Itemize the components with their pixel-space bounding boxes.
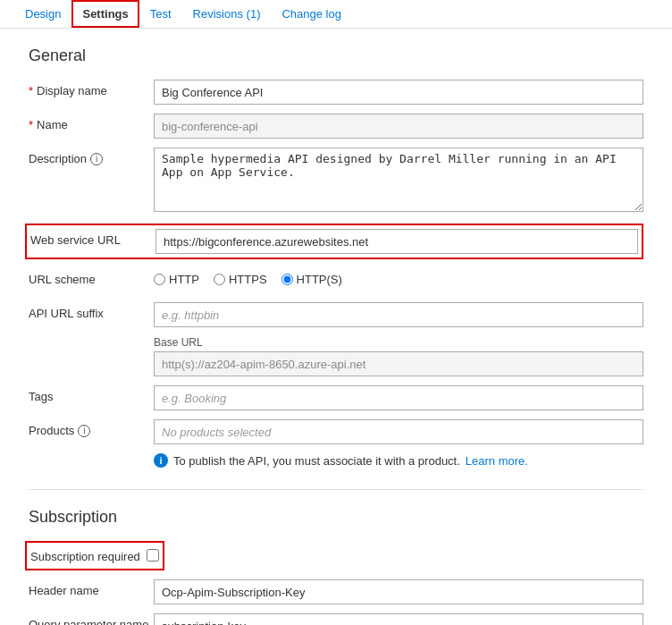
description-label: Description i — [29, 148, 154, 165]
name-row: * Name — [29, 114, 643, 139]
radio-http-label: HTTP — [169, 273, 199, 286]
api-url-suffix-control — [154, 302, 643, 327]
display-name-control — [154, 80, 643, 105]
products-input[interactable] — [154, 419, 643, 444]
web-service-url-control — [155, 229, 638, 254]
publish-info-icon: i — [154, 453, 168, 468]
radio-https-both-label: HTTP(S) — [297, 273, 342, 286]
display-name-input[interactable] — [154, 80, 643, 105]
description-row: Description i Sample hypermedia API desi… — [29, 148, 643, 215]
subscription-required-label: Subscription required — [30, 546, 147, 565]
query-param-input[interactable] — [154, 613, 643, 625]
description-textarea[interactable]: Sample hypermedia API designed by Darrel… — [154, 148, 643, 212]
base-url-sublabel: Base URL — [154, 336, 643, 349]
display-name-row: * Display name — [29, 80, 643, 105]
name-control — [154, 114, 643, 139]
products-row: Products i — [29, 419, 643, 444]
api-url-suffix-row: API URL suffix — [29, 302, 643, 327]
description-info-icon: i — [90, 153, 103, 165]
tags-label: Tags — [29, 385, 154, 403]
radio-https-both[interactable]: HTTP(S) — [281, 273, 342, 286]
name-input[interactable] — [154, 114, 643, 139]
header-name-row: Header name — [29, 579, 643, 604]
subscription-required-row: Subscription required — [25, 541, 164, 570]
required-star-name: * — [29, 118, 33, 131]
subscription-title: Subscription — [29, 508, 643, 527]
query-param-control — [154, 613, 643, 625]
subscription-required-checkbox[interactable] — [147, 549, 159, 562]
api-url-suffix-label: API URL suffix — [29, 302, 154, 320]
radio-http-input[interactable] — [154, 274, 165, 285]
url-scheme-radio-group: HTTP HTTPS HTTP(S) — [154, 268, 643, 286]
radio-https-label: HTTPS — [229, 273, 267, 286]
web-service-url-row: Web service URL — [25, 224, 643, 259]
radio-https-input[interactable] — [214, 274, 225, 285]
url-scheme-label: URL scheme — [29, 268, 154, 286]
api-url-suffix-input[interactable] — [154, 302, 643, 327]
section-divider — [29, 489, 643, 490]
tags-control — [154, 385, 643, 410]
description-control: Sample hypermedia API designed by Darrel… — [154, 148, 643, 215]
header-name-label: Header name — [29, 579, 154, 597]
web-service-url-input[interactable] — [155, 229, 638, 254]
url-scheme-control: HTTP HTTPS HTTP(S) — [154, 268, 643, 286]
products-label: Products i — [29, 419, 154, 437]
subscription-required-checkbox-wrap — [147, 546, 159, 564]
tab-changelog[interactable]: Change log — [271, 0, 352, 28]
web-service-url-label: Web service URL — [30, 229, 155, 247]
tabs-nav: Design Settings Test Revisions (1) Chang… — [0, 0, 672, 29]
general-title: General — [29, 46, 643, 65]
base-url-input — [154, 351, 643, 376]
tags-row: Tags — [29, 385, 643, 410]
products-control — [154, 419, 643, 444]
base-url-row: Base URL — [29, 336, 643, 376]
tab-settings[interactable]: Settings — [71, 0, 139, 28]
learn-more-link[interactable]: Learn more. — [466, 454, 528, 468]
base-url-content: Base URL — [154, 336, 643, 376]
header-name-control — [154, 579, 643, 604]
radio-https[interactable]: HTTPS — [214, 273, 267, 286]
tab-revisions[interactable]: Revisions (1) — [182, 0, 272, 28]
name-label: * Name — [29, 114, 154, 131]
publish-info-bar: i To publish the API, you must associate… — [154, 453, 643, 468]
main-content: General * Display name * Name Descriptio… — [0, 29, 672, 625]
header-name-input[interactable] — [154, 579, 643, 604]
tab-design[interactable]: Design — [14, 0, 71, 28]
url-scheme-row: URL scheme HTTP HTTPS HTTP(S) — [29, 268, 643, 293]
publish-info-text: To publish the API, you must associate i… — [173, 454, 460, 468]
products-info-icon: i — [78, 425, 90, 437]
tags-input[interactable] — [154, 385, 643, 410]
radio-https-both-input[interactable] — [281, 274, 293, 285]
tab-test[interactable]: Test — [139, 0, 182, 28]
query-param-label: Query parameter name — [29, 613, 154, 625]
required-star: * — [29, 84, 33, 97]
display-name-label: * Display name — [29, 80, 154, 97]
query-param-row: Query parameter name — [29, 613, 643, 625]
radio-http[interactable]: HTTP — [154, 273, 199, 286]
